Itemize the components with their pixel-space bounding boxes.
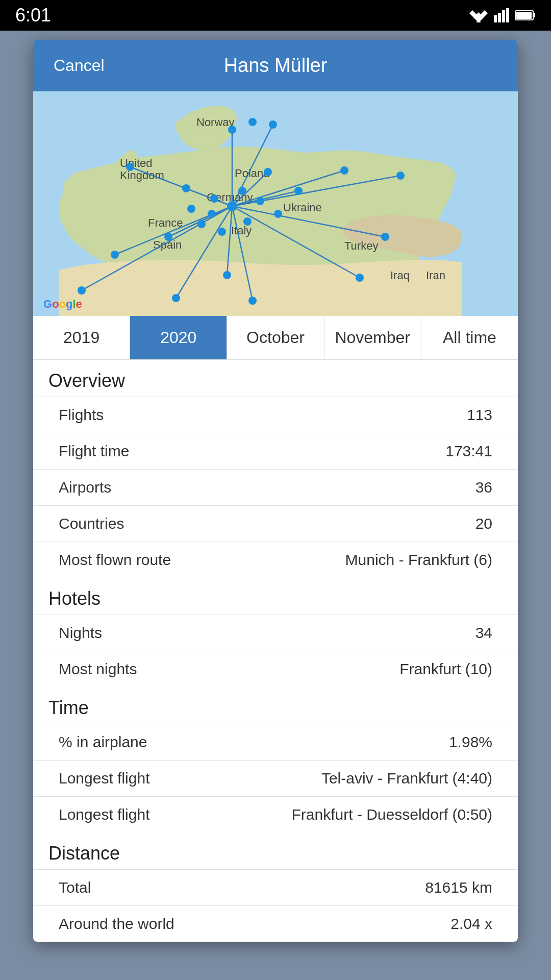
stat-value-0-3: 20 [475, 515, 492, 532]
svg-point-41 [126, 163, 134, 171]
svg-point-43 [340, 166, 348, 175]
modal-overlay: Cancel Hans Müller [0, 31, 551, 980]
stat-value-0-4: Munich - Frankfurt (6) [345, 551, 492, 569]
stat-value-2-0: 1.98% [449, 733, 492, 751]
svg-point-49 [78, 286, 86, 295]
stat-label-2-1: Longest flight [59, 770, 149, 787]
tab-2020[interactable]: 2020 [130, 316, 227, 359]
svg-point-56 [243, 217, 252, 226]
section-header-2: Time [33, 687, 518, 724]
status-icons [469, 8, 536, 22]
google-logo: Google [43, 298, 82, 311]
modal-title: Hans Müller [224, 55, 328, 77]
svg-point-40 [248, 118, 257, 126]
stats-sections: OverviewFlights113Flight time173:41Airpo… [33, 360, 518, 942]
stat-value-1-1: Frankfurt (10) [399, 660, 492, 678]
table-row: % in airplane1.98% [33, 724, 518, 760]
svg-point-52 [164, 233, 172, 241]
table-row: Nights34 [33, 615, 518, 651]
svg-rect-6 [506, 8, 509, 22]
svg-text:Norway: Norway [196, 116, 235, 129]
svg-point-55 [208, 210, 216, 218]
table-row: Flights113 [33, 397, 518, 433]
svg-point-53 [264, 168, 272, 176]
stat-value-0-0: 113 [467, 406, 492, 424]
cancel-button[interactable]: Cancel [54, 56, 105, 75]
svg-text:Iraq: Iraq [390, 269, 410, 282]
svg-text:France: France [148, 216, 183, 229]
table-row: Longest flightTel-aviv - Frankfurt (4:40… [33, 760, 518, 796]
stat-value-3-1: 2.04 x [450, 915, 492, 933]
svg-point-50 [172, 294, 180, 302]
svg-point-54 [294, 187, 303, 195]
svg-point-64 [182, 184, 190, 192]
svg-rect-3 [494, 15, 497, 22]
stat-value-2-2: Frankfurt - Duesseldorf (0:50) [292, 806, 492, 823]
table-row: Total81615 km [33, 869, 518, 905]
svg-point-38 [227, 201, 237, 211]
stat-value-2-1: Tel-aviv - Frankfurt (4:40) [321, 770, 492, 787]
section-header-1: Hotels [33, 578, 518, 615]
stat-value-0-1: 173:41 [445, 443, 492, 460]
stat-value-3-0: 81615 km [425, 879, 492, 896]
stat-value-0-2: 36 [475, 479, 492, 496]
svg-point-39 [228, 126, 236, 134]
svg-point-61 [238, 187, 246, 195]
svg-point-47 [248, 297, 257, 305]
tab-october[interactable]: October [227, 316, 324, 359]
svg-rect-5 [502, 10, 505, 22]
status-bar: 6:01 [0, 0, 551, 31]
svg-text:Ukraine: Ukraine [283, 201, 322, 214]
svg-rect-9 [516, 12, 532, 19]
stat-label-0-0: Flights [59, 406, 104, 424]
stat-label-1-1: Most nights [59, 660, 137, 678]
modal-header: Cancel Hans Müller [33, 40, 518, 91]
svg-text:Turkey: Turkey [344, 239, 378, 252]
signal-icon [494, 8, 509, 22]
svg-point-57 [218, 228, 226, 236]
svg-text:Italy: Italy [231, 224, 252, 237]
table-row: Most flown routeMunich - Frankfurt (6) [33, 542, 518, 578]
table-row: Most nightsFrankfurt (10) [33, 651, 518, 687]
svg-point-62 [256, 197, 264, 205]
tab-bar: 2019 2020 October November All time [33, 316, 518, 360]
tab-2019[interactable]: 2019 [33, 316, 130, 359]
google-logo-e: e [76, 298, 82, 311]
table-row: Around the world2.04 x [33, 905, 518, 942]
svg-point-44 [396, 172, 405, 180]
stat-label-0-2: Airports [59, 479, 111, 496]
map-container: United Kingdom Norway Poland Germany Ukr… [33, 91, 518, 316]
svg-point-46 [356, 274, 364, 282]
svg-point-45 [381, 233, 389, 241]
svg-text:Iran: Iran [426, 269, 445, 282]
table-row: Countries20 [33, 505, 518, 542]
svg-point-51 [223, 271, 231, 279]
google-logo-g: G [43, 298, 52, 311]
status-time: 6:01 [15, 5, 51, 26]
svg-point-48 [111, 251, 119, 259]
stats-content: OverviewFlights113Flight time173:41Airpo… [33, 360, 518, 942]
svg-point-60 [210, 194, 218, 203]
svg-rect-4 [498, 13, 501, 22]
svg-point-42 [269, 120, 277, 129]
table-row: Flight time173:41 [33, 433, 518, 469]
svg-point-59 [187, 205, 195, 213]
stat-label-1-0: Nights [59, 624, 102, 642]
svg-text:United: United [120, 157, 153, 169]
battery-icon [515, 10, 536, 21]
stat-label-3-0: Total [59, 879, 91, 896]
google-logo-o1: o [52, 298, 59, 311]
tab-alltime[interactable]: All time [421, 316, 518, 359]
stat-label-0-3: Countries [59, 515, 124, 532]
svg-rect-8 [533, 13, 535, 17]
tab-november[interactable]: November [324, 316, 421, 359]
google-logo-g2: g [66, 298, 72, 311]
stat-label-3-1: Around the world [59, 915, 174, 933]
stat-label-0-1: Flight time [59, 443, 129, 460]
wifi-icon [469, 8, 488, 22]
stat-label-2-2: Longest flight [59, 806, 149, 823]
table-row: Airports36 [33, 469, 518, 505]
modal-dialog: Cancel Hans Müller [33, 40, 518, 942]
stat-label-0-4: Most flown route [59, 551, 171, 569]
section-header-0: Overview [33, 360, 518, 397]
